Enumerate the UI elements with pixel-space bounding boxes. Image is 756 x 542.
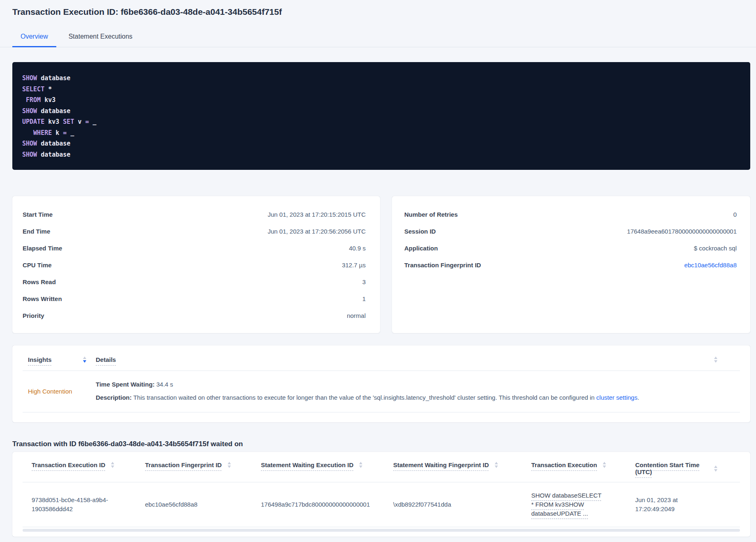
summary-row-rows-written: Rows Written1	[23, 290, 366, 307]
cell-transaction-fingerprint-id: ebc10ae56cfd88a8	[136, 500, 252, 509]
insight-row: High Contention Time Spent Waiting: 34.4…	[23, 371, 740, 412]
cluster-settings-link[interactable]: cluster settings	[596, 394, 637, 401]
time-spent-waiting: Time Spent Waiting: 34.4 s	[96, 380, 639, 389]
sql-line: SHOW database	[22, 106, 740, 117]
tab-bar: Overview Statement Executions	[0, 30, 756, 47]
summary-row-retries: Number of Retries0	[404, 206, 737, 223]
column-header-statement-waiting-fingerprint-id: Statement Waiting Fingerprint ID	[384, 461, 522, 468]
insights-column-header: Insights	[28, 356, 86, 363]
page-title: Transaction Execution ID: f6be6366-da03-…	[12, 7, 756, 17]
summary-row-start-time: Start TimeJun 01, 2023 at 17:20:15:2015 …	[23, 206, 366, 223]
sql-line: SHOW database	[22, 138, 740, 149]
sql-line: UPDATE kv3 SET v = _	[22, 116, 740, 127]
sort-carets-icon[interactable]	[83, 357, 86, 363]
sql-line: WHERE k = _	[22, 127, 740, 139]
sql-line: SHOW database	[22, 149, 740, 160]
sort-carets-icon[interactable]	[495, 462, 498, 468]
waited-on-table-header: Transaction Execution ID Transaction Fin…	[23, 452, 740, 482]
sort-carets-icon[interactable]	[228, 462, 231, 468]
insights-sort-header[interactable]: Insights	[28, 356, 52, 363]
sort-carets-icon[interactable]	[714, 357, 717, 363]
summary-row-priority: Prioritynormal	[23, 307, 366, 324]
tab-overview[interactable]: Overview	[12, 30, 56, 47]
sort-carets-icon[interactable]	[603, 462, 606, 468]
waited-on-table: Transaction Execution ID Transaction Fin…	[12, 452, 750, 537]
column-header-transaction-execution-id: Transaction Execution ID	[23, 461, 136, 468]
insight-badge: High Contention	[28, 388, 92, 395]
timing-summary-panel: Start TimeJun 01, 2023 at 17:20:15:2015 …	[12, 196, 380, 333]
column-header-contention-start-time: Contention Start Time (UTC)	[626, 461, 717, 475]
sql-line: SELECT *	[22, 84, 740, 95]
sql-statements-box: SHOW database SELECT * FROM kv3 SHOW dat…	[12, 62, 750, 170]
sort-carets-icon[interactable]	[714, 466, 717, 472]
sort-carets-icon[interactable]	[359, 462, 362, 468]
sort-carets-icon[interactable]	[111, 462, 114, 468]
cell-statement-waiting-fingerprint-id: \xdb8922f077541dda	[384, 500, 522, 509]
waited-on-section-title: Transaction with ID f6be6366-da03-48de-a…	[12, 440, 756, 449]
summary-row-application: Application$ cockroach sql	[404, 240, 737, 257]
insight-details: Time Spent Waiting: 34.4 s Description: …	[96, 380, 639, 402]
summary-row-rows-read: Rows Read3	[23, 273, 366, 290]
sql-line: SHOW database	[22, 73, 740, 84]
cell-transaction-execution-id: 9738d051-bc0e-4158-a9b4-1903586ddd42	[23, 496, 136, 514]
summary-row-transaction-fingerprint: Transaction Fingerprint IDebc10ae56cfd88…	[404, 257, 737, 273]
column-header-transaction-execution: Transaction Execution	[522, 461, 626, 468]
summary-row-end-time: End TimeJun 01, 2023 at 17:20:56:2056 UT…	[23, 223, 366, 240]
details-sort-header[interactable]: Details	[96, 356, 116, 363]
horizontal-scrollbar[interactable]	[23, 529, 740, 532]
transaction-details-page: Transaction Execution ID: f6be6366-da03-…	[0, 7, 756, 537]
transaction-fingerprint-link[interactable]: ebc10ae56cfd88a8	[684, 262, 737, 269]
tab-statement-executions[interactable]: Statement Executions	[60, 30, 141, 47]
insights-table-header: Insights Details	[23, 345, 740, 371]
summary-row-elapsed-time: Elapsed Time40.9 s	[23, 240, 366, 257]
insight-description: Description: This transaction waited on …	[96, 393, 639, 402]
sql-line: FROM kv3	[22, 95, 740, 106]
column-header-statement-waiting-execution-id: Statement Waiting Execution ID	[252, 461, 384, 468]
summary-row-cpu-time: CPU Time312.7 µs	[23, 257, 366, 273]
cell-transaction-execution: SHOW databaseSELECT * FROM kv3SHOW datab…	[522, 491, 626, 518]
column-header-transaction-fingerprint-id: Transaction Fingerprint ID	[136, 461, 252, 468]
transaction-execution-link[interactable]: SHOW databaseSELECT * FROM kv3SHOW datab…	[531, 491, 605, 518]
session-summary-panel: Number of Retries0 Session ID17648a9eea6…	[392, 196, 750, 333]
cell-contention-start-time: Jun 01, 2023 at 17:20:49:2049	[626, 496, 717, 514]
insights-table: Insights Details High Contention Time Sp…	[12, 345, 750, 422]
summary-row-session-id: Session ID17648a9eea60178000000000000000…	[404, 223, 737, 240]
summary-panels: Start TimeJun 01, 2023 at 17:20:15:2015 …	[12, 196, 756, 333]
waited-on-table-row: 9738d051-bc0e-4158-a9b4-1903586ddd42 ebc…	[23, 482, 740, 527]
cell-statement-waiting-execution-id: 176498a9c717bdc80000000000000001	[252, 500, 384, 509]
